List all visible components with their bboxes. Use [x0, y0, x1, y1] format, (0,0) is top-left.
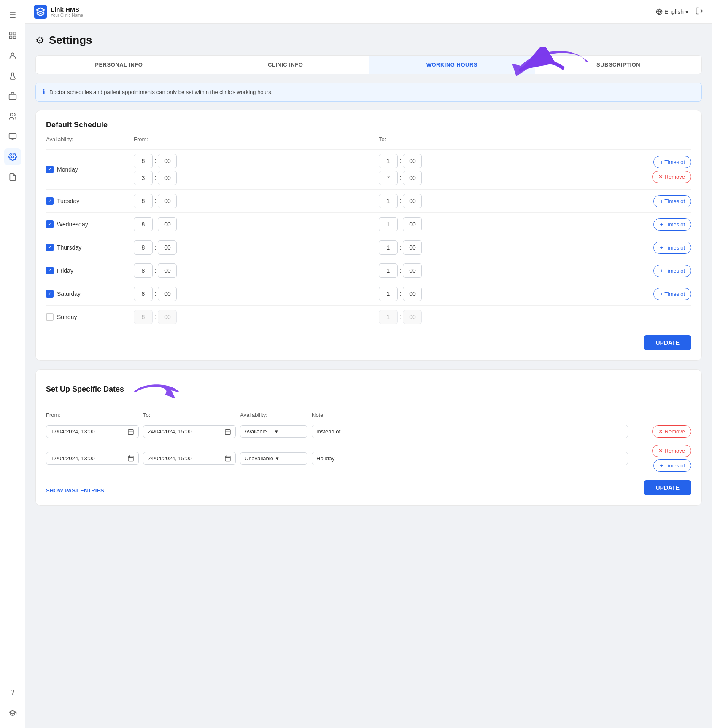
- specific-row1-to[interactable]: 24/04/2024, 15:00: [143, 425, 236, 438]
- wednesday-to-min[interactable]: [403, 217, 422, 231]
- monday-from-times: : :: [134, 154, 375, 185]
- specific-row1-note[interactable]: [312, 425, 628, 438]
- specific-row2-note[interactable]: [312, 452, 628, 465]
- monday-to-hour-2[interactable]: [379, 171, 398, 185]
- saturday-to-times: :: [379, 287, 620, 301]
- day-row-friday: Friday : : + Timeslot: [46, 259, 691, 282]
- friday-from-hour[interactable]: [134, 263, 153, 278]
- specific-row2-from[interactable]: 17/04/2024, 13:00: [46, 452, 139, 465]
- tuesday-to-hour[interactable]: [379, 194, 398, 208]
- thursday-add-timeslot-button[interactable]: + Timeslot: [653, 242, 691, 254]
- monitor-icon[interactable]: [4, 128, 21, 145]
- specific-row2-remove-button[interactable]: ✕ Remove: [652, 445, 691, 457]
- tuesday-from-min[interactable]: [158, 194, 177, 208]
- wednesday-to-hour[interactable]: [379, 217, 398, 231]
- specific-row1-from[interactable]: 17/04/2024, 13:00: [46, 425, 139, 438]
- saturday-label: Saturday: [46, 290, 130, 298]
- flask-icon[interactable]: [4, 67, 21, 84]
- monday-from-hour-1[interactable]: [134, 154, 153, 168]
- svg-point-6: [10, 113, 13, 116]
- monday-from-min-2[interactable]: [158, 171, 177, 185]
- tuesday-to-min[interactable]: [403, 194, 422, 208]
- sidebar: ☰ ?: [0, 0, 25, 728]
- specific-date-row-2: 17/04/2024, 13:00 24/04/2024, 15:00 Unav…: [46, 441, 691, 475]
- specific-row2-timeslot-button[interactable]: + Timeslot: [653, 459, 691, 472]
- language-label: English: [664, 8, 684, 15]
- specific-to-header: To:: [143, 412, 236, 418]
- monday-add-timeslot-button[interactable]: + Timeslot: [653, 156, 691, 168]
- specific-dates-bottom-bar: SHOW PAST ENTRIES UPDATE: [46, 480, 691, 495]
- wednesday-from-min[interactable]: [158, 217, 177, 231]
- monday-to-hour-1[interactable]: [379, 154, 398, 168]
- user-icon[interactable]: [4, 47, 21, 64]
- tuesday-from-times: :: [134, 194, 375, 208]
- monday-from-min-1[interactable]: [158, 154, 177, 168]
- users-icon[interactable]: [4, 108, 21, 125]
- specific-dates-update-button[interactable]: UPDATE: [644, 480, 691, 495]
- thursday-checkbox[interactable]: [46, 244, 54, 251]
- saturday-from-hour[interactable]: [134, 287, 153, 301]
- chevron-down-icon: ▾: [275, 428, 303, 435]
- schedule-column-headers: Availability: From: To:: [46, 136, 691, 146]
- monday-checkbox[interactable]: [46, 166, 54, 173]
- svg-point-8: [11, 156, 13, 158]
- friday-from-min[interactable]: [158, 263, 177, 278]
- monday-remove-button[interactable]: ✕ Remove: [652, 171, 691, 183]
- menu-icon[interactable]: ☰: [4, 7, 21, 24]
- graduation-icon[interactable]: [4, 704, 21, 721]
- specific-row1-remove-button[interactable]: ✕ Remove: [652, 425, 691, 438]
- day-row-thursday: Thursday : : + Timeslot: [46, 236, 691, 259]
- thursday-from-hour[interactable]: [134, 240, 153, 255]
- friday-to-hour[interactable]: [379, 263, 398, 278]
- tuesday-from-hour[interactable]: [134, 194, 153, 208]
- saturday-from-min[interactable]: [158, 287, 177, 301]
- tab-clinic-info[interactable]: CLINIC INFO: [202, 56, 369, 74]
- thursday-from-min[interactable]: [158, 240, 177, 255]
- tuesday-checkbox[interactable]: [46, 197, 54, 205]
- specific-row2-availability[interactable]: Unavailable ▾: [240, 452, 307, 465]
- friday-add-timeslot-button[interactable]: + Timeslot: [653, 265, 691, 277]
- wednesday-checkbox[interactable]: [46, 220, 54, 228]
- thursday-to-min[interactable]: [403, 240, 422, 255]
- bag-icon[interactable]: [4, 88, 21, 105]
- day-row-tuesday: Tuesday : : + Timeslot: [46, 189, 691, 212]
- monday-from-hour-2[interactable]: [134, 171, 153, 185]
- wednesday-add-timeslot-button[interactable]: + Timeslot: [653, 218, 691, 231]
- help-icon[interactable]: ?: [4, 684, 21, 701]
- monday-to-min-2[interactable]: [403, 171, 422, 185]
- monday-label: Monday: [46, 166, 130, 173]
- default-schedule-update-button[interactable]: UPDATE: [644, 335, 691, 350]
- saturday-add-timeslot-button[interactable]: + Timeslot: [653, 288, 691, 300]
- logout-icon[interactable]: [695, 7, 704, 17]
- friday-checkbox[interactable]: [46, 267, 54, 274]
- chevron-down-icon: ▾: [276, 455, 303, 462]
- wednesday-from-hour[interactable]: [134, 217, 153, 231]
- tuesday-label: Tuesday: [46, 197, 130, 205]
- language-selector[interactable]: English ▾: [656, 8, 688, 15]
- tuesday-to-times: :: [379, 194, 620, 208]
- chevron-down-icon: ▾: [685, 8, 688, 15]
- dashboard-icon[interactable]: [4, 27, 21, 44]
- info-banner-text: Doctor schedules and patient appointment…: [49, 89, 272, 95]
- tab-personal-info[interactable]: PERSONAL INFO: [36, 56, 202, 74]
- thursday-label: Thursday: [46, 244, 130, 251]
- saturday-checkbox[interactable]: [46, 290, 54, 298]
- saturday-to-hour[interactable]: [379, 287, 398, 301]
- monday-to-times: : :: [379, 154, 620, 185]
- sunday-checkbox[interactable]: [46, 313, 54, 321]
- document-icon[interactable]: [4, 169, 21, 185]
- specific-dates-title: Set Up Specific Dates: [46, 385, 124, 394]
- specific-dates-header: Set Up Specific Dates: [46, 380, 691, 405]
- topnav-right: English ▾: [656, 7, 704, 17]
- settings-icon[interactable]: [4, 148, 21, 165]
- svg-rect-0: [9, 32, 12, 35]
- show-past-entries-link[interactable]: SHOW PAST ENTRIES: [46, 487, 104, 494]
- thursday-to-hour[interactable]: [379, 240, 398, 255]
- specific-row2-to[interactable]: 24/04/2024, 15:00: [143, 452, 236, 465]
- saturday-to-min[interactable]: [403, 287, 422, 301]
- specific-availability-header: Availability:: [240, 412, 307, 418]
- tuesday-add-timeslot-button[interactable]: + Timeslot: [653, 195, 691, 207]
- monday-to-min-1[interactable]: [403, 154, 422, 168]
- specific-row1-availability[interactable]: Available ▾: [240, 425, 307, 438]
- friday-to-min[interactable]: [403, 263, 422, 278]
